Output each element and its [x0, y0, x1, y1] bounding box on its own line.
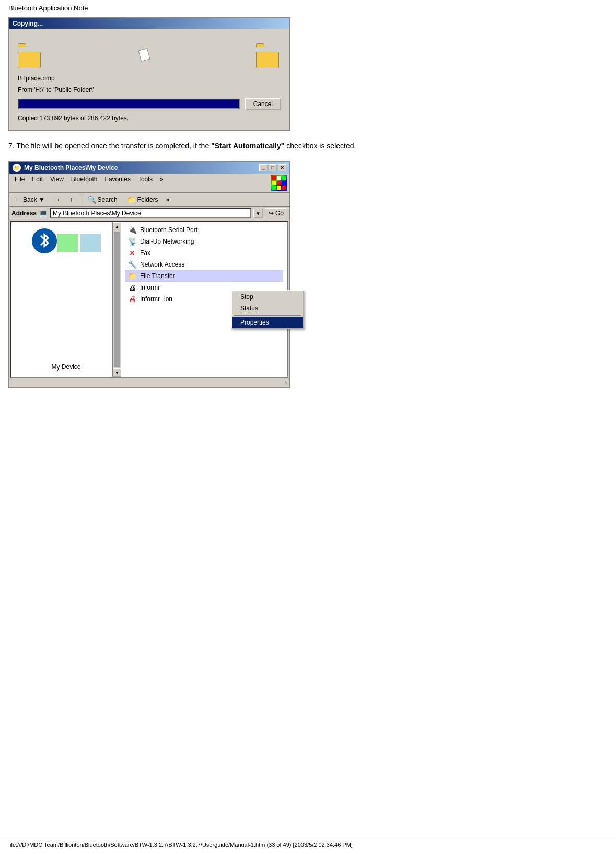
toolbar-chevron[interactable]: »: [164, 195, 172, 204]
explorer-right-panel: 🔌 Bluetooth Serial Port 📡 Dial-Up Networ…: [121, 222, 287, 377]
service-name: File Transfer: [140, 272, 175, 280]
serial-port-icon: 🔌: [127, 225, 137, 235]
explorer-content: ▲ ▼ My Device: [10, 221, 288, 378]
progress-bar-inner: [19, 100, 239, 108]
dialup-icon: 📡: [127, 237, 137, 246]
copy-arrow-area: [43, 49, 256, 63]
fax-icon: ✕: [127, 248, 137, 258]
minimize-button[interactable]: _: [259, 164, 268, 171]
close-button[interactable]: ✕: [278, 164, 286, 171]
copy-filename: BTplace.bmp: [18, 75, 281, 82]
explorer-titlebar: 📁 My Bluetooth Places\My Device _ □ ✕: [9, 162, 289, 174]
left-panel-scrollbar[interactable]: ▲ ▼: [112, 222, 121, 377]
cancel-button[interactable]: Cancel: [245, 98, 281, 110]
dest-folder-icon: [256, 43, 281, 68]
service-fax[interactable]: ✕ Fax: [125, 247, 283, 259]
bluetooth-logo: [32, 228, 57, 253]
search-button[interactable]: 🔍 Search: [84, 194, 121, 205]
address-dropdown-button[interactable]: ▼: [253, 209, 263, 218]
context-menu-properties[interactable]: Properties: [232, 317, 303, 328]
maximize-button[interactable]: □: [269, 164, 277, 171]
dialog-title: Copying...: [13, 20, 43, 27]
menu-file[interactable]: File: [11, 175, 28, 191]
network-icon: 🔧: [127, 260, 137, 269]
menu-more[interactable]: »: [157, 175, 167, 191]
copying-dialog: Copying... BTplace.bmp: [8, 17, 290, 131]
service-bluetooth-serial-port[interactable]: 🔌 Bluetooth Serial Port: [125, 224, 283, 236]
up-button[interactable]: ↑: [66, 194, 77, 205]
back-button[interactable]: ← Back ▼: [11, 194, 49, 205]
menu-bluetooth[interactable]: Bluetooth: [68, 175, 101, 191]
menu-view[interactable]: View: [47, 175, 67, 191]
titlebar-buttons: _ □ ✕: [259, 164, 286, 171]
file-transfer-icon: 📁: [127, 271, 137, 281]
context-menu-separator: [234, 315, 301, 316]
service-network-access[interactable]: 🔧 Network Access: [125, 259, 283, 270]
inform1-icon: 🖨: [127, 283, 137, 292]
go-button[interactable]: ↪ Go: [265, 208, 287, 218]
service-name: Bluetooth Serial Port: [140, 226, 197, 234]
progress-bar-container: Cancel: [18, 98, 281, 110]
address-label: Address: [11, 210, 37, 217]
folders-button[interactable]: 📁 Folders: [123, 194, 162, 205]
copy-icons-row: [18, 37, 281, 68]
context-menu: Stop Status Properties: [231, 290, 304, 329]
inform2-icon: 🖨: [127, 294, 137, 304]
description-text: 7. The file will be opened once the tran…: [8, 141, 608, 152]
service-name: Network Access: [140, 261, 184, 268]
resize-handle[interactable]: //: [284, 380, 287, 386]
forward-button[interactable]: →: [51, 194, 64, 205]
explorer-address: Address 💻 My Bluetooth Places\My Device …: [9, 207, 289, 220]
scroll-down-arrow[interactable]: ▼: [113, 368, 121, 377]
service-name: Informr: [140, 284, 160, 291]
service-suffix: ion: [164, 295, 172, 303]
page-header: Bluetooth Application Note: [8, 4, 608, 12]
copy-status: Copied 173,892 bytes of 286,422 bytes.: [18, 114, 281, 122]
scroll-thumb[interactable]: [114, 232, 120, 367]
up-arrow-icon: ↑: [70, 196, 73, 203]
address-bar-input[interactable]: My Bluetooth Places\My Device: [50, 208, 251, 218]
menu-edit[interactable]: Edit: [29, 175, 46, 191]
scroll-up-arrow[interactable]: ▲: [113, 222, 121, 230]
menu-favorites[interactable]: Favorites: [102, 175, 134, 191]
explorer-window: 📁 My Bluetooth Places\My Device _ □ ✕ Fi…: [8, 161, 290, 388]
service-dialup-networking[interactable]: 📡 Dial-Up Networking: [125, 236, 283, 247]
thumbnail-green: [57, 234, 78, 252]
thumbnail-blue: [80, 234, 101, 252]
service-name: Dial-Up Networking: [140, 238, 194, 245]
address-computer-icon: 💻: [39, 209, 48, 217]
back-arrow-icon: ←: [15, 196, 21, 203]
device-label: My Device: [51, 363, 80, 371]
progress-bar: [18, 99, 240, 109]
thumbnails-area: [57, 234, 101, 252]
context-menu-stop[interactable]: Stop: [232, 291, 303, 303]
back-dropdown-icon[interactable]: ▼: [39, 196, 45, 203]
menu-tools[interactable]: Tools: [135, 175, 156, 191]
rubiks-cube-icon: [271, 175, 287, 191]
window-icon: 📁: [13, 164, 21, 172]
bluetooth-logo-area: [32, 228, 101, 253]
service-file-transfer[interactable]: 📁 File Transfer: [125, 270, 283, 282]
source-folder-icon: [18, 43, 43, 68]
dialog-titlebar: Copying...: [9, 18, 289, 29]
explorer-left-panel: ▲ ▼ My Device: [11, 222, 121, 377]
dialog-body: BTplace.bmp From 'H:\' to 'Public Folder…: [9, 29, 289, 130]
folders-icon: 📁: [127, 195, 136, 204]
service-name: Informr: [140, 295, 160, 303]
explorer-statusbar: //: [9, 379, 289, 387]
explorer-menubar: File Edit View Bluetooth Favorites Tools…: [9, 174, 289, 193]
context-menu-status[interactable]: Status: [232, 303, 303, 314]
go-arrow-icon: ↪: [269, 210, 274, 217]
explorer-title: My Bluetooth Places\My Device: [24, 164, 118, 171]
service-name: Fax: [140, 249, 150, 257]
forward-arrow-icon: →: [54, 196, 61, 203]
explorer-toolbar: ← Back ▼ → ↑ 🔍 Search 📁 Folders »: [9, 193, 289, 207]
toolbar-separator-1: [80, 194, 80, 205]
search-icon: 🔍: [87, 195, 96, 204]
copy-from-to: From 'H:\' to 'Public Folder\': [18, 86, 281, 94]
rubiks-icon-area: [271, 175, 287, 191]
page-footer: file:///D|/MDC Team/Billionton/Bluetooth…: [0, 839, 616, 850]
